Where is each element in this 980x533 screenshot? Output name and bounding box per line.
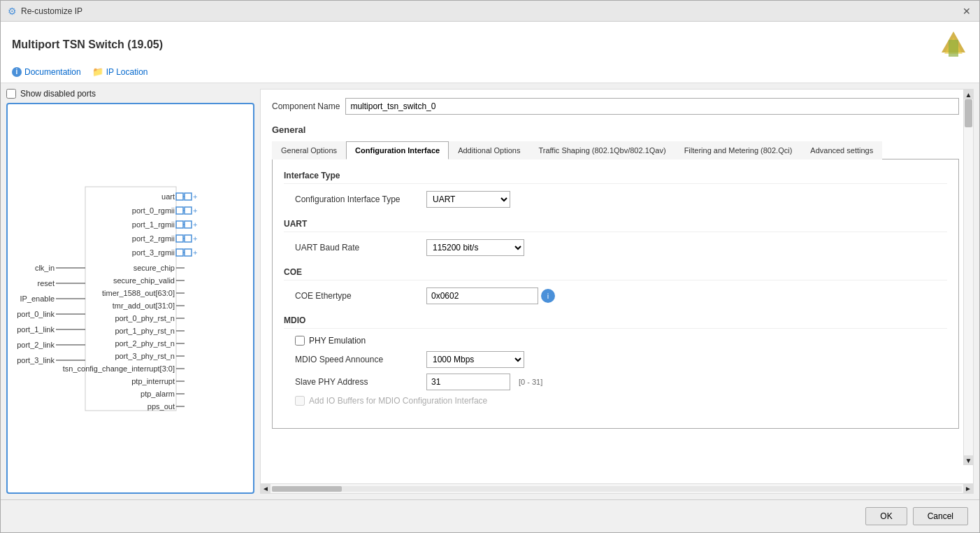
- coe-info-button[interactable]: i: [541, 289, 555, 303]
- svg-text:tsn_config_change_interrupt[3:: tsn_config_change_interrupt[3:0]: [62, 364, 174, 373]
- tab-config-interface[interactable]: Configuration Interface: [346, 141, 449, 159]
- slave-phy-range: [0 - 31]: [519, 378, 542, 386]
- coe-ethertype-row: COE Ethertype i: [284, 287, 947, 304]
- horizontal-scrollbar[interactable]: ◄ ►: [261, 483, 973, 493]
- tabs-container: General Options Configuration Interface …: [272, 141, 959, 159]
- interface-type-title: Interface Type: [284, 171, 947, 184]
- component-name-input[interactable]: multiport_tsn_switch_0: [345, 98, 959, 115]
- mdio-speed-select[interactable]: 10 Mbps 100 Mbps 1000 Mbps: [426, 351, 524, 368]
- h-scroll-left-button[interactable]: ◄: [261, 484, 271, 494]
- slave-phy-row: Slave PHY Address [0 - 31]: [284, 374, 947, 390]
- coe-title: COE: [284, 267, 947, 280]
- svg-rect-10: [176, 207, 183, 214]
- svg-rect-20: [176, 235, 183, 242]
- add-io-buffers-checkbox[interactable]: [295, 396, 305, 406]
- body: Show disabled ports uart: [1, 83, 979, 499]
- ip-location-link[interactable]: 📁 IP Location: [92, 66, 148, 77]
- scroll-up-button[interactable]: ▲: [964, 90, 973, 99]
- svg-text:port_1_rgmii: port_1_rgmii: [131, 220, 174, 229]
- phy-emulation-checkbox[interactable]: [295, 336, 305, 346]
- svg-text:port_2_link: port_2_link: [17, 341, 55, 349]
- uart-baud-rate-label: UART Baud Rate: [295, 243, 421, 253]
- close-button[interactable]: ✕: [961, 6, 972, 17]
- scroll-thumb[interactable]: [965, 99, 972, 127]
- svg-rect-15: [176, 221, 183, 228]
- title-bar: ⚙ Re-customize IP ✕: [1, 1, 979, 22]
- svg-text:port_0_phy_rst_n: port_0_phy_rst_n: [115, 314, 175, 322]
- tab-general-options[interactable]: General Options: [272, 141, 346, 159]
- ip-block-svg: uart + port_0_rgmii +: [15, 180, 246, 418]
- interface-type-section: Interface Type Configuration Interface T…: [284, 171, 947, 208]
- mdio-title: MDIO: [284, 315, 947, 329]
- folder-icon: 📁: [92, 66, 103, 77]
- info-icon: i: [12, 67, 22, 77]
- mdio-section: MDIO PHY Emulation MDIO Speed Announce: [284, 315, 947, 406]
- scroll-down-button[interactable]: ▼: [964, 455, 973, 465]
- svg-text:timer_1588_out[63:0]: timer_1588_out[63:0]: [102, 289, 175, 297]
- show-disabled-checkbox[interactable]: [6, 89, 16, 99]
- scroll-track: [964, 99, 973, 455]
- svg-text:+: +: [193, 248, 197, 257]
- svg-text:ptp_interrupt: ptp_interrupt: [131, 377, 175, 385]
- tab-content-config-interface: Interface Type Configuration Interface T…: [272, 159, 959, 429]
- svg-rect-21: [185, 235, 192, 242]
- show-disabled-row: Show disabled ports: [6, 89, 254, 99]
- coe-input-wrapper: i: [426, 287, 555, 304]
- tab-traffic-shaping[interactable]: Traffic Shaping (802.1Qbv/802.1Qav): [529, 141, 675, 159]
- show-disabled-label: Show disabled ports: [20, 89, 96, 99]
- mdio-speed-label: MDIO Speed Announce: [295, 355, 421, 364]
- svg-text:+: +: [193, 234, 197, 243]
- svg-rect-26: [185, 249, 192, 256]
- svg-text:ptp_alarm: ptp_alarm: [140, 390, 175, 398]
- svg-text:+: +: [193, 192, 197, 201]
- svg-rect-6: [185, 193, 192, 200]
- app-title-row: Multiport TSN Switch (19.05): [12, 30, 968, 59]
- documentation-link[interactable]: i Documentation: [12, 67, 81, 77]
- bottom-bar: OK Cancel: [1, 499, 979, 532]
- ok-button[interactable]: OK: [865, 507, 907, 525]
- svg-text:port_3_link: port_3_link: [17, 356, 55, 364]
- h-scroll-thumb[interactable]: [272, 486, 342, 492]
- cancel-button[interactable]: Cancel: [913, 507, 968, 525]
- main-window: ⚙ Re-customize IP ✕ Multiport TSN Switch…: [0, 0, 980, 533]
- config-interface-type-label: Configuration Interface Type: [295, 194, 421, 204]
- svg-text:+: +: [193, 220, 197, 229]
- main-content: Multiport TSN Switch (19.05) i Documenta…: [1, 22, 979, 532]
- svg-text:reset: reset: [37, 279, 54, 287]
- svg-text:port_3_phy_rst_n: port_3_phy_rst_n: [115, 352, 175, 360]
- svg-text:port_2_phy_rst_n: port_2_phy_rst_n: [115, 339, 175, 348]
- coe-ethertype-input[interactable]: [426, 287, 538, 304]
- left-panel: Show disabled ports uart: [6, 89, 254, 494]
- svg-text:port_3_rgmii: port_3_rgmii: [131, 248, 174, 257]
- svg-text:port_0_rgmii: port_0_rgmii: [131, 206, 174, 215]
- svg-text:tmr_add_out[31:0]: tmr_add_out[31:0]: [112, 301, 174, 310]
- window-title-icon: ⚙: [8, 6, 17, 17]
- h-scroll-right-button[interactable]: ►: [963, 484, 973, 494]
- svg-text:port_1_link: port_1_link: [17, 325, 55, 334]
- right-panel: ▲ ▼ Component Name multiport_tsn_switch_…: [260, 89, 974, 494]
- uart-baud-rate-select[interactable]: 9600 bit/s 19200 bit/s 38400 bit/s 57600…: [426, 239, 524, 256]
- svg-text:port_0_link: port_0_link: [17, 310, 55, 318]
- config-interface-type-row: Configuration Interface Type UART Avalon…: [284, 191, 947, 208]
- tab-filtering-metering[interactable]: Filtering and Metering (802.Qci): [675, 141, 802, 159]
- vertical-scrollbar[interactable]: ▲ ▼: [963, 90, 973, 465]
- svg-rect-11: [185, 207, 192, 214]
- ip-diagram: uart + port_0_rgmii +: [6, 103, 254, 494]
- svg-text:uart: uart: [161, 192, 175, 201]
- phy-emulation-row: PHY Emulation: [284, 336, 947, 346]
- right-scroll-content: Component Name multiport_tsn_switch_0 Ge…: [261, 90, 973, 483]
- svg-rect-16: [185, 221, 192, 228]
- h-scroll-track: [272, 486, 962, 492]
- general-section-label: General: [272, 125, 959, 135]
- svg-text:secure_chip_valid: secure_chip_valid: [113, 276, 174, 285]
- uart-title: UART: [284, 219, 947, 232]
- slave-phy-input[interactable]: [426, 374, 510, 390]
- general-section: General General Options Configuration In…: [272, 125, 959, 429]
- tab-advanced-settings[interactable]: Advanced settings: [801, 141, 882, 159]
- component-name-label: Component Name: [272, 101, 340, 111]
- mdio-speed-row: MDIO Speed Announce 10 Mbps 100 Mbps 100…: [284, 351, 947, 368]
- slave-phy-label: Slave PHY Address: [295, 377, 421, 387]
- config-interface-type-select[interactable]: UART Avalon-MM None: [426, 191, 510, 208]
- coe-section: COE COE Ethertype i: [284, 267, 947, 304]
- tab-additional-options[interactable]: Additional Options: [449, 141, 529, 159]
